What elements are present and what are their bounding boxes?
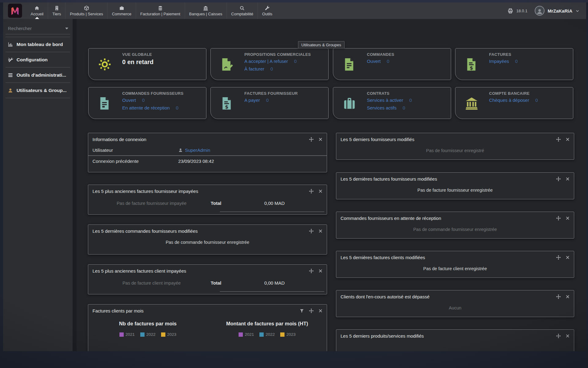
close-icon[interactable] [318,137,322,141]
infobox-commandes[interactable]: COMMANDES Ouvert0 [333,48,451,80]
close-icon[interactable] [566,216,570,220]
tab-outils[interactable]: Outils [258,2,277,19]
tab-commerce[interactable]: Commerce [107,2,136,19]
close-icon[interactable] [318,269,322,273]
infobox-count[interactable]: 0 [142,98,145,103]
infobox-link[interactable]: A payer [244,98,260,103]
infobox-link[interactable]: Impayées [489,59,509,64]
total-label: Total [211,280,246,286]
tab-banques-caisses[interactable]: Banques | Caisses [185,2,227,19]
move-icon[interactable] [556,216,561,221]
infobox-value: 0 en retard [122,59,203,66]
move-icon[interactable] [556,333,561,339]
username-label[interactable]: MrZaKaRiA [548,8,572,13]
infobox-link[interactable]: Ouvert [122,98,136,103]
widget-derniers-fournisseurs-modifies: Les 5 derniers fournisseurs modifiés Pas… [336,133,574,160]
landmark-icon [465,96,479,110]
connexion-row-utilisateur: Utilisateur SuperAdmin [88,144,327,155]
infobox-vue-globale[interactable]: VUE GLOBALE 0 en retard [88,48,206,80]
infobox-link[interactable]: Ouvert [367,59,381,64]
infobox-count[interactable]: 0 [266,98,269,103]
infobox-link[interactable]: En attente de réception [122,105,170,110]
tab-label: Accueil [31,12,43,16]
close-icon[interactable] [566,137,570,141]
move-icon[interactable] [309,228,314,234]
empty-message: Pas de fournisseur enregistré [336,148,574,153]
move-icon[interactable] [309,137,314,142]
infobox-link[interactable]: A accepter | A refuser [244,59,288,64]
tab-label: Facturation | Paiement [140,12,180,16]
close-icon[interactable] [318,189,322,193]
sidebar-item-mon-tableau-de-bord[interactable]: Mon tableau de bord [6,37,70,52]
widget-clients-encours-depasse: Clients dont l'en-cours autorisé est dép… [336,290,574,317]
cash-stack-icon [158,5,163,11]
infobox-count[interactable]: 0 [403,105,405,110]
row-value[interactable]: SuperAdmin [185,148,210,153]
move-icon[interactable] [556,255,561,260]
chevron-down-icon[interactable] [575,9,579,13]
move-icon[interactable] [556,137,561,142]
infobox-propositions-commerciales[interactable]: PROPOSITIONS COMMERCIALES A accepter | A… [210,48,329,80]
widget-title: Les 5 dernières factures fournisseurs mo… [341,176,556,182]
tab-tiers[interactable]: Tiers [48,2,65,19]
infobox-title: FACTURES FOURNISSEUR [244,91,325,96]
tools-icon [8,57,13,63]
legend-swatch-2021 [239,332,243,337]
filter-icon[interactable] [300,309,304,313]
sidebar-item-utilisateurs-groupes[interactable]: Utilisateurs & Group... [6,83,70,98]
close-icon[interactable] [318,309,322,313]
tab-facturation-paiement[interactable]: Facturation | Paiement [136,2,185,19]
sidebar-item-outils-administration[interactable]: Outils d'administrati... [6,67,70,83]
infobox-count[interactable]: 0 [515,59,518,64]
app-logo[interactable] [8,4,22,18]
close-icon[interactable] [566,295,570,299]
move-icon[interactable] [309,189,314,194]
infobox-link[interactable]: Services actifs [367,105,397,110]
infobox-count[interactable]: 0 [294,59,296,64]
infobox-contrats[interactable]: CONTRATS Services à activer0 Services ac… [333,87,451,119]
close-icon[interactable] [318,229,322,233]
widget-title: Les 5 plus anciennes factures fournisseu… [92,189,309,194]
infobox-count[interactable]: 0 [535,98,538,103]
tab-comptabilite[interactable]: Comptabilité [227,2,258,19]
sidebar-item-label: Utilisateurs & Group... [17,88,67,93]
widget-title: Les 5 dernières factures clients modifié… [341,255,556,260]
infobox-commandes-fournisseurs[interactable]: COMMANDES FOURNISSEURS Ouvert0 En attent… [88,87,206,119]
infobox-compte-bancaire[interactable]: COMPTE BANCAIRE Chèques à déposer0 [455,87,573,119]
move-icon[interactable] [556,176,561,182]
infobox-count[interactable]: 0 [176,105,178,110]
close-icon[interactable] [566,334,570,338]
search-input[interactable]: Rechercher [6,26,70,34]
file-signature-icon [220,57,234,71]
tab-produits-services[interactable]: Produits | Services [65,2,107,19]
move-icon[interactable] [556,294,561,299]
infobox-count[interactable]: 0 [409,98,412,103]
close-icon[interactable] [566,255,570,259]
left-sidebar: Rechercher Mon tableau de bord Configura… [3,19,73,351]
infobox-factures-fournisseur[interactable]: $ FACTURES FOURNISSEUR A payer0 [210,87,329,119]
move-icon[interactable] [309,308,314,313]
infobox-link[interactable]: Services à activer [367,98,403,103]
main-menu-tabs: Accueil Tiers Produits | Services Commer… [26,2,277,19]
widget-title: Clients dont l'en-cours autorisé est dép… [341,294,556,299]
search-placeholder: Rechercher [8,26,65,31]
chart-montant-factures: Montant de factures par mois (HT) 2021 2… [208,321,327,337]
user-avatar[interactable] [535,6,545,16]
infobox-link[interactable]: Chèques à déposer [489,98,529,103]
superadmin-link[interactable]: SuperAdmin [178,148,210,153]
supplier-order-icon [98,96,112,110]
infobox-count[interactable]: 0 [387,59,389,64]
infobox-link[interactable]: À facturer [244,66,264,71]
infobox-factures[interactable]: $ FACTURES Impayées0 [455,48,573,80]
wrench-icon [265,5,270,11]
infobox-title: COMMANDES FOURNISSEURS [122,91,203,96]
empty-message: Aucun [336,305,574,310]
tab-accueil[interactable]: Accueil [26,2,48,19]
sidebar-item-configuration[interactable]: Configuration [6,52,70,67]
printer-icon[interactable] [507,8,513,14]
chart-title: Montant de factures par mois (HT) [208,321,327,327]
close-icon[interactable] [566,177,570,181]
caret-down-icon[interactable] [65,28,68,29]
move-icon[interactable] [309,268,314,274]
infobox-count[interactable]: 0 [270,66,273,71]
